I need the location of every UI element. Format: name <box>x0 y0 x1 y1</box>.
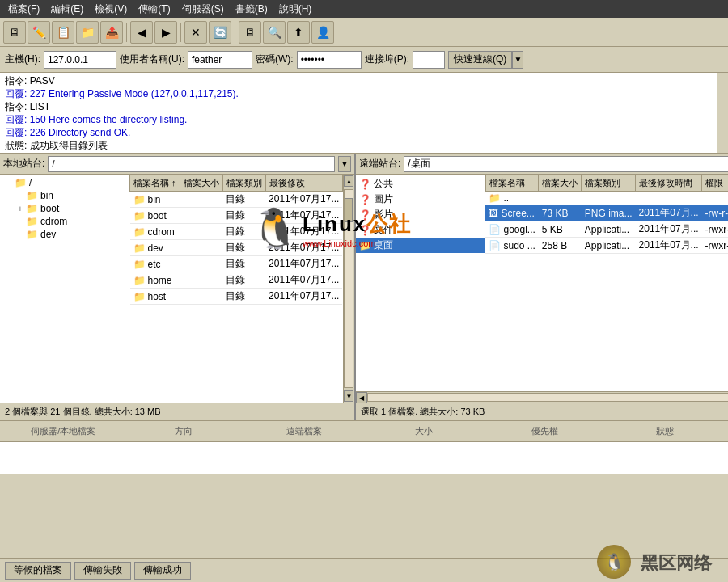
left-panel: 本地站台: ▼ − 📁 / 📁 bin <box>0 154 356 420</box>
queue-col-remote: 遠端檔案 <box>243 425 364 437</box>
right-col-name[interactable]: 檔案名稱 <box>485 175 538 192</box>
pass-label: 密碼(W): <box>256 53 294 66</box>
toolbar-reconnect[interactable]: 🔄 <box>209 21 231 44</box>
tree-public[interactable]: ❓ 公共 <box>356 176 485 192</box>
left-col-date[interactable]: 最後修改 <box>265 175 342 192</box>
tree-root[interactable]: − 📁 / <box>0 176 129 189</box>
tree-docs[interactable]: ❓ 文件 <box>356 222 485 238</box>
toolbar-sep-2 <box>180 23 181 42</box>
tree-icon-desktop: 📁 <box>359 240 371 251</box>
toolbar-site-manager[interactable]: ✏️ <box>28 21 50 44</box>
right-filelist: 檔案名稱 檔案大小 檔案類別 最後修改時間 權限 擁 📁.. <box>485 175 728 391</box>
toolbar-user[interactable]: 👤 <box>311 21 334 44</box>
left-scrollbar[interactable]: ▲ ▼ <box>343 175 354 403</box>
scroll-down-btn[interactable]: ▼ <box>344 390 353 402</box>
tab-waiting[interactable]: 等候的檔案 <box>5 562 71 580</box>
quickconn-button[interactable]: 快速連線(Q) <box>448 51 512 69</box>
toolbar-upload[interactable]: ⬆ <box>287 21 310 44</box>
left-col-name[interactable]: 檔案名稱 ↑ <box>130 175 180 192</box>
menu-transfer[interactable]: 傳輸(T) <box>133 1 175 18</box>
right-panel-path[interactable] <box>404 156 728 172</box>
menu-file[interactable]: 檔案(F) <box>3 1 44 18</box>
right-cell-name: 📁.. <box>485 192 538 205</box>
bottom-tabs: 等候的檔案 傳輸失敗 傳輸成功 🐧 黑区网络 <box>0 558 728 582</box>
scroll-track[interactable] <box>344 189 353 388</box>
menu-edit[interactable]: 編輯(E) <box>46 1 88 18</box>
right-file-row[interactable]: 🖼Scree... 73 KB PNG ima... 2011年07月... -… <box>485 205 728 221</box>
tab-failed[interactable]: 傳輸失敗 <box>74 562 131 580</box>
toolbar-browse[interactable]: 🖥 <box>239 21 261 44</box>
left-panel-dropdown[interactable]: ▼ <box>338 156 351 172</box>
port-input[interactable] <box>413 51 445 69</box>
tree-icon-dev: 📁 <box>26 229 38 240</box>
right-cell-perms: -rwxr-xr-x <box>702 221 728 238</box>
tree-icon-bin: 📁 <box>26 190 38 201</box>
left-filelist: 檔案名稱 ↑ 檔案大小 檔案類別 最後修改 📁bin 目錄 2011年07月17… <box>129 175 343 403</box>
toolbar-cancel[interactable]: ✕ <box>184 21 207 44</box>
right-col-date[interactable]: 最後修改時間 <box>636 175 702 192</box>
log-line-4: 回覆: 226 Directory send OK. <box>5 126 712 139</box>
right-cell-type <box>582 192 636 205</box>
tree-images[interactable]: ❓ 圖片 <box>356 192 485 207</box>
left-cell-date: 2011年07月17... <box>265 192 342 208</box>
left-cell-size <box>180 272 222 289</box>
left-file-row[interactable]: 📁etc 目錄 2011年07月17... <box>130 256 343 272</box>
toolbar-back[interactable]: ◀ <box>130 21 153 44</box>
menu-view[interactable]: 檢視(V) <box>90 1 132 18</box>
hscroll-track[interactable] <box>367 393 728 402</box>
tab-success[interactable]: 傳輸成功 <box>134 562 191 580</box>
right-file-row[interactable]: 📁.. <box>485 192 728 205</box>
menu-bookmarks[interactable]: 書籤(B) <box>231 1 273 18</box>
menu-help[interactable]: 說明(H) <box>274 1 317 18</box>
left-col-type[interactable]: 檔案類別 <box>222 175 265 192</box>
quickconn-dropdown[interactable]: ▼ <box>512 51 523 69</box>
tree-label-public: 公共 <box>374 177 393 191</box>
log-scrollbar[interactable] <box>717 73 728 154</box>
left-cell-name: 📁cdrom <box>130 224 180 240</box>
tree-desktop[interactable]: 📁 桌面 <box>356 238 485 253</box>
right-hscroll[interactable]: ◀ ▶ <box>356 391 728 403</box>
toolbar-refresh[interactable]: 📤 <box>100 21 123 44</box>
pass-input[interactable] <box>297 51 362 69</box>
user-input[interactable] <box>188 51 252 69</box>
toolbar-search[interactable]: 🔍 <box>263 21 286 44</box>
scroll-up-btn[interactable]: ▲ <box>344 175 353 187</box>
left-file-row[interactable]: 📁home 目錄 2011年07月17... <box>130 272 343 289</box>
left-cell-name: 📁bin <box>130 192 180 208</box>
left-cell-size <box>180 240 222 256</box>
right-cell-size <box>539 192 582 205</box>
toolbar-fwd[interactable]: ▶ <box>154 21 177 44</box>
tree-toggle-boot[interactable]: + <box>15 205 26 213</box>
menu-server[interactable]: 伺服器(S) <box>177 1 229 18</box>
left-file-row[interactable]: 📁bin 目錄 2011年07月17... <box>130 192 343 208</box>
right-file-row[interactable]: 📄googl... 5 KB Applicati... 2011年07月... … <box>485 221 728 238</box>
left-file-row[interactable]: 📁host 目錄 2011年07月17... <box>130 289 343 305</box>
toolbar-new-site[interactable]: 🖥 <box>3 21 26 44</box>
right-file-row[interactable]: 📄sudo ... 258 B Applicati... 2011年07月...… <box>485 238 728 254</box>
tree-boot[interactable]: + 📁 boot <box>0 202 129 215</box>
left-col-size[interactable]: 檔案大小 <box>180 175 222 192</box>
left-file-row[interactable]: 📁dev 目錄 2011年07月17... <box>130 240 343 256</box>
tree-dev[interactable]: 📁 dev <box>0 228 129 241</box>
left-cell-type: 目錄 <box>222 272 265 289</box>
tree-cdrom[interactable]: 📁 cdrom <box>0 215 129 228</box>
left-panel-path[interactable] <box>48 156 335 172</box>
toolbar-open[interactable]: 📁 <box>76 21 99 44</box>
tree-videos[interactable]: ❓ 影片 <box>356 207 485 222</box>
tree-icon-videos: ❓ <box>359 209 371 221</box>
right-col-perms[interactable]: 權限 <box>702 175 728 192</box>
tree-bin[interactable]: 📁 bin <box>0 189 129 202</box>
left-file-row[interactable]: 📁boot 目錄 2011年07月17... <box>130 208 343 224</box>
hscroll-left[interactable]: ◀ <box>356 392 367 403</box>
watermark-circle: 🐧 <box>597 545 631 579</box>
right-col-type[interactable]: 檔案類別 <box>582 175 636 192</box>
right-cell-date: 2011年07月... <box>636 238 702 254</box>
right-col-size[interactable]: 檔案大小 <box>539 175 582 192</box>
tree-toggle-root[interactable]: − <box>3 179 15 188</box>
right-cell-size: 258 B <box>539 238 582 254</box>
scroll-thumb[interactable] <box>345 198 353 222</box>
host-input[interactable] <box>44 51 116 69</box>
toolbar-view[interactable]: 📋 <box>52 21 74 44</box>
log-line-1: 回覆: 227 Entering Passive Mode (127,0,0,1… <box>5 87 712 100</box>
left-file-row[interactable]: 📁cdrom 目錄 2011年07月17... <box>130 224 343 240</box>
